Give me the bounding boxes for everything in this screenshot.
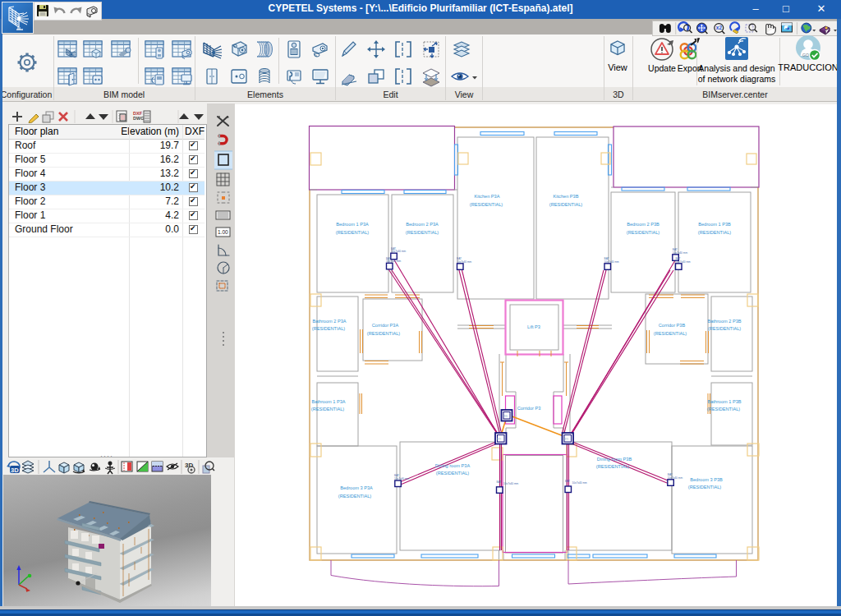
svg-text:(RESIDENTIAL): (RESIDENTIAL) <box>311 407 345 411</box>
svg-text:(RESIDENTIAL): (RESIDENTIAL) <box>338 494 372 499</box>
svg-text:GO: GO <box>802 53 809 57</box>
svg-text:BAT: BAT <box>497 480 502 484</box>
svg-text:Corridor P3B: Corridor P3B <box>659 323 686 328</box>
svg-text:Dining room P3A: Dining room P3A <box>435 463 471 468</box>
svg-text:3D: 3D <box>11 467 19 474</box>
svg-text:1.00: 1.00 <box>218 229 228 235</box>
svg-text:(RESIDENTIAL): (RESIDENTIAL) <box>596 464 630 469</box>
svg-text:(RESIDENTIAL): (RESIDENTIAL) <box>627 230 660 235</box>
svg-text:10x7x40 mm: 10x7x40 mm <box>386 260 402 263</box>
svg-text:10x7x40 mm: 10x7x40 mm <box>673 251 688 255</box>
svg-text:Bathroom 2 P3A: Bathroom 2 P3A <box>312 319 346 324</box>
svg-text:(RESIDENTIAL): (RESIDENTIAL) <box>688 485 722 490</box>
svg-text:(RESIDENTIAL): (RESIDENTIAL) <box>367 331 401 336</box>
svg-text:Bedroom 1 P3B: Bedroom 1 P3B <box>698 222 731 227</box>
svg-text:x2: x2 <box>716 25 723 30</box>
svg-text:Bedroom 1 P3A: Bedroom 1 P3A <box>336 222 369 227</box>
svg-text:Bedroom 2 P3A: Bedroom 2 P3A <box>406 222 439 227</box>
svg-text:10x7x40 mm: 10x7x40 mm <box>391 250 407 253</box>
svg-text:BAT: BAT <box>565 480 570 483</box>
svg-text:10x7x40 mm: 10x7x40 mm <box>394 477 410 480</box>
svg-text:Bedroom 3 P3A: Bedroom 3 P3A <box>340 485 373 490</box>
svg-text:10x7x40 mm: 10x7x40 mm <box>676 260 692 264</box>
svg-text:10x7x40 mm: 10x7x40 mm <box>604 260 620 264</box>
svg-text:RS: RS <box>504 415 508 418</box>
svg-text:Bedroom 3 P3B: Bedroom 3 P3B <box>690 477 723 482</box>
svg-text:Bedroom 2 P3B: Bedroom 2 P3B <box>627 222 659 227</box>
svg-text:(RESIDENTIAL): (RESIDENTIAL) <box>698 230 732 235</box>
svg-text:10x7x40 mm: 10x7x40 mm <box>503 482 519 485</box>
svg-text:(RESIDENTIAL): (RESIDENTIAL) <box>707 407 741 411</box>
svg-text:Corridor P3: Corridor P3 <box>517 406 541 411</box>
svg-text:RTI: RTI <box>497 438 501 441</box>
svg-text:Bathroom 2 P3B: Bathroom 2 P3B <box>707 319 741 324</box>
svg-text:10x7x40 mm: 10x7x40 mm <box>572 481 588 485</box>
svg-text:(RESIDENTIAL): (RESIDENTIAL) <box>406 230 439 235</box>
svg-text:(RESIDENTIAL): (RESIDENTIAL) <box>708 326 742 331</box>
svg-text:Kitchen P3B: Kitchen P3B <box>554 194 579 199</box>
svg-text:Dining room P3B: Dining room P3B <box>597 457 632 462</box>
svg-text:Bathroom 1 P3A: Bathroom 1 P3A <box>311 399 345 404</box>
svg-text:Lift P3: Lift P3 <box>527 324 540 329</box>
svg-text:(RESIDENTIAL): (RESIDENTIAL) <box>436 471 470 476</box>
svg-text:DWG: DWG <box>133 116 144 121</box>
svg-text:(RESIDENTIAL): (RESIDENTIAL) <box>312 326 346 331</box>
svg-text:Corridor P3A: Corridor P3A <box>372 323 399 328</box>
svg-text:Kitchen P3A: Kitchen P3A <box>475 194 500 199</box>
svg-text:(RESIDENTIAL): (RESIDENTIAL) <box>470 202 503 207</box>
svg-text:RTI: RTI <box>564 438 568 441</box>
svg-text:10x7x40 mm: 10x7x40 mm <box>668 476 683 480</box>
svg-text:(RESIDENTIAL): (RESIDENTIAL) <box>654 331 687 336</box>
svg-text:Bathroom 1 P3B: Bathroom 1 P3B <box>707 399 741 404</box>
svg-text:(RESIDENTIAL): (RESIDENTIAL) <box>549 202 583 207</box>
svg-text:(RESIDENTIAL): (RESIDENTIAL) <box>336 230 370 235</box>
svg-text:10x7x40 mm: 10x7x40 mm <box>457 260 472 264</box>
